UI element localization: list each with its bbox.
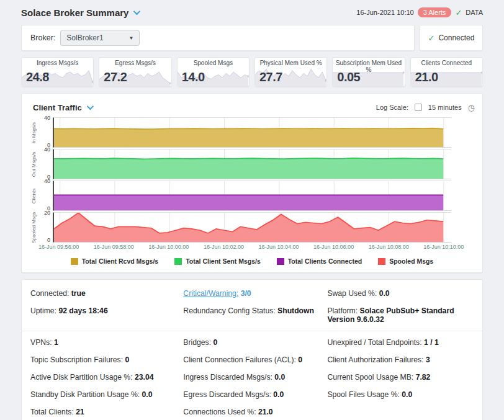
- legend-label: Total Clients Connected: [288, 257, 362, 265]
- info-label: Swap Used %:: [327, 289, 377, 298]
- chart-row-in-msgs-s: In Msgs/s400: [29, 117, 475, 148]
- info-item: Swap Used %: 0.0: [327, 285, 474, 302]
- y-axis-title: Spooled Msgs: [31, 212, 37, 243]
- stat-card-value: 21.0: [415, 70, 438, 84]
- info-value: 21.0: [258, 408, 273, 416]
- info-value: 0.0: [142, 390, 153, 399]
- chart-row-spooled-msgs: Spooled Msgs200: [29, 212, 475, 243]
- info-label: Total Clients:: [30, 408, 74, 416]
- x-axis-tick: 16-Jun 10:04:00: [258, 244, 299, 250]
- stat-card-label: Physical Mem Used %: [255, 60, 326, 66]
- info-label: Active Disk Partition Usage %:: [30, 373, 133, 382]
- info-item: Unexpired / Total Endpoints: 1 / 1: [327, 334, 474, 351]
- info-value: 3: [426, 355, 430, 364]
- page-title: Solace Broker Summary: [21, 7, 128, 18]
- chart-plot-area[interactable]: [53, 117, 451, 148]
- stat-card-label: Egress Msgs/s: [99, 60, 171, 66]
- info-item: Spool Files Usage %: 0.0: [327, 386, 474, 403]
- header-timestamp: 16-Jun-2021 10:10: [356, 9, 413, 16]
- legend-item[interactable]: Total Clients Connected: [277, 257, 362, 265]
- chart-plot-area[interactable]: [53, 212, 451, 243]
- chevron-down-icon[interactable]: [133, 8, 140, 15]
- info-value: 0.0: [273, 390, 284, 399]
- info-value: 1: [54, 338, 58, 347]
- stat-card-value: 0.05: [337, 70, 360, 84]
- info-value: 0.0: [274, 373, 285, 382]
- x-axis-tick: 16-Jun 10:00:00: [148, 244, 189, 250]
- info-value: 3/0: [241, 289, 251, 298]
- info-value: 7.82: [416, 373, 431, 382]
- info-item: Client Authorization Failures: 3: [327, 351, 474, 369]
- info-item: Platform: Solace PubSub+ Standard Versio…: [327, 302, 474, 328]
- y-axis-ticks: 200: [38, 212, 53, 243]
- info-value: 0: [298, 355, 302, 364]
- stat-card-clients-connected[interactable]: Clients Connected21.0: [410, 57, 483, 87]
- x-axis-tick: 16-Jun 09:56:00: [38, 244, 79, 250]
- broker-info-panel: Connected: trueCritical/Warning: 3/0Swap…: [21, 279, 483, 420]
- info-item: Connected: true: [30, 285, 183, 302]
- broker-select[interactable]: SolBroker1 ▼: [60, 30, 140, 46]
- x-axis-tick: 16-Jun 10:06:00: [313, 244, 354, 250]
- stat-card-label: Spooled Msgs: [178, 60, 249, 66]
- time-range-label[interactable]: 15 minutes: [428, 104, 462, 111]
- info-value: 92 days 18:46: [58, 306, 107, 315]
- y-axis-title: Clients: [31, 188, 37, 203]
- x-axis-tick: 16-Jun 09:58:00: [94, 244, 134, 250]
- info-section-2: VPNs: 1Bridges: 0Unexpired / Total Endpo…: [22, 331, 482, 420]
- y-axis-ticks: 400: [38, 181, 53, 211]
- chart-legend: Total Client Rcvd Msgs/sTotal Client Sen…: [29, 255, 475, 267]
- x-axis-labels: 16-Jun 09:56:0016-Jun 09:58:0016-Jun 10:…: [53, 244, 451, 252]
- chart-row-clients: Clients400: [29, 181, 475, 211]
- info-label: Connections Used %:: [183, 408, 256, 416]
- legend-label: Spooled Msgs: [389, 257, 433, 265]
- x-axis-tick: 16-Jun 10:10:00: [423, 244, 464, 250]
- chart-panel-title: Client Traffic: [33, 103, 82, 112]
- legend-item[interactable]: Total Client Rcvd Msgs/s: [71, 257, 159, 265]
- chart-row-out-msgs-s: Out Msgs/s400: [29, 149, 475, 179]
- stat-card-value: 24.8: [26, 70, 49, 84]
- stat-card-egress-msgs-s[interactable]: Egress Msgs/s27.2: [99, 57, 171, 87]
- stat-card-ingress-msgs-s[interactable]: Ingress Msgs/s24.8: [21, 57, 94, 87]
- legend-swatch-icon: [174, 258, 182, 265]
- stat-card-spooled-msgs[interactable]: Spooled Msgs14.0: [177, 57, 250, 87]
- stat-card-label: Ingress Msgs/s: [22, 60, 93, 66]
- info-label: Platform:: [327, 306, 358, 315]
- connected-check-icon: ✓: [428, 34, 435, 43]
- log-scale-checkbox[interactable]: [415, 104, 422, 111]
- chart-plot-area[interactable]: [53, 149, 451, 179]
- info-label: Bridges:: [183, 338, 211, 347]
- legend-item[interactable]: Spooled Msgs: [378, 257, 433, 265]
- stat-card-subscription-mem-used-[interactable]: Subscription Mem Used %0.05: [332, 57, 405, 87]
- chevron-down-icon[interactable]: [87, 103, 94, 110]
- legend-swatch-icon: [71, 258, 78, 265]
- info-item: VPNs: 1: [30, 334, 183, 351]
- stat-card-physical-mem-used-[interactable]: Physical Mem Used %27.7: [254, 57, 327, 87]
- select-caret-icon: ▼: [128, 35, 133, 41]
- stat-card-label: Clients Connected: [411, 60, 482, 66]
- legend-label: Total Client Sent Msgs/s: [186, 257, 261, 265]
- clock-icon[interactable]: ◷: [468, 103, 475, 112]
- x-axis-tick: 16-Jun 10:08:00: [369, 244, 409, 250]
- info-value: 0.0: [379, 289, 390, 298]
- info-label: Client Connection Failures (ACL):: [183, 355, 296, 364]
- info-label: Spool Files Usage %:: [327, 390, 400, 399]
- broker-label: Broker:: [30, 34, 55, 42]
- info-label: Unexpired / Total Endpoints:: [327, 338, 421, 347]
- alerts-badge[interactable]: 3 Alerts: [418, 7, 452, 17]
- chart-plot-area[interactable]: [53, 181, 451, 211]
- y-axis-ticks: 400: [38, 117, 53, 148]
- stat-card-value: 14.0: [182, 70, 205, 84]
- info-value: 0: [213, 338, 217, 347]
- info-item: Ingress Discarded Msgs/s: 0.0: [183, 369, 327, 386]
- connection-status-label: Connected: [438, 34, 474, 42]
- legend-item[interactable]: Total Client Sent Msgs/s: [174, 257, 261, 265]
- info-value: 0: [125, 355, 129, 364]
- data-check-icon: ✓: [455, 8, 462, 17]
- info-label: Redundancy Config Status:: [183, 306, 275, 315]
- legend-swatch-icon: [378, 258, 385, 265]
- x-axis-tick: 16-Jun 10:02:00: [204, 244, 244, 250]
- client-traffic-panel: Client Traffic Log Scale: 15 minutes ◷ I…: [21, 93, 483, 273]
- critical-warning-link[interactable]: Critical/Warning: 3/0: [183, 285, 327, 302]
- info-item: Total Clients: 21: [30, 403, 183, 420]
- info-label: Topic Subscription Failures:: [30, 355, 123, 364]
